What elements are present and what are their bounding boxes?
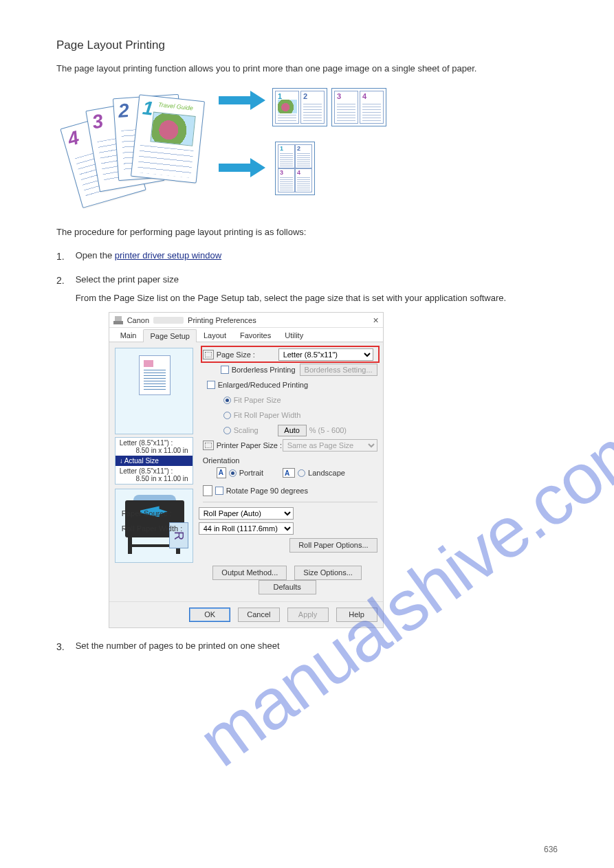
rotate90-checkbox[interactable] [215,487,223,495]
roll-width-label: Roll Paper Width : [122,524,199,533]
step-text: Open the [76,250,115,260]
preview-actual-size: Actual Size [116,456,193,466]
close-icon[interactable]: × [373,313,378,328]
arrow-right-icon [219,92,267,109]
output-method-button[interactable]: Output Method... [212,566,287,580]
fit-paper-radio [223,397,231,404]
ok-button[interactable]: OK [189,608,230,622]
dialog-title-prefix: Canon [127,313,149,328]
apply-button: Apply [287,608,329,622]
page-preview [115,348,193,434]
intro-text: The page layout printing function allows… [56,62,558,76]
roll-width-select[interactable]: 44 in Roll (1117.6mm) [199,522,294,535]
step-heading: Set the number of pages to be printed on… [76,641,280,651]
dialog-tabs: Main Page Setup Layout Favorites Utility [109,328,383,342]
arrow-right-icon [219,159,267,176]
enlarged-label: Enlarged/Reduced Printing [218,381,308,389]
fit-roll-label: Fit Roll Paper Width [234,411,301,419]
page-size-label: Page Size : [217,350,278,359]
scaling-radio [223,427,231,434]
step-number: 2. [56,274,73,286]
printer-icon [113,316,123,324]
tab-main[interactable]: Main [113,329,144,342]
page-size-icon [203,350,214,359]
portrait-icon: A [217,467,226,478]
tab-utility[interactable]: Utility [278,329,310,342]
scaling-input [278,425,307,436]
paper-source-label: Paper Source : [122,509,199,518]
size-options-button[interactable]: Size Options... [294,566,362,580]
fit-paper-label: Fit Paper Size [234,396,281,404]
landscape-label: Landscape [308,469,345,477]
page-title: Page Layout Printing [56,38,558,52]
preview-info: Letter (8.5"x11") : 8.50 in x 11.00 in A… [115,437,193,485]
printer-paper-label: Printer Paper Size : [217,441,283,449]
orientation-label: Orientation [203,456,377,465]
portrait-radio[interactable] [229,469,237,477]
tab-layout[interactable]: Layout [197,329,233,342]
printer-paper-icon [203,441,214,450]
landscape-icon: A [283,468,295,478]
printer-paper-select: Same as Page Size [283,439,377,452]
illustration: 4 3 2 1Travel Guide 1 2 3 4 1 2 3 4 [62,88,558,219]
steps-intro: The procedure for performing page layout… [56,225,558,239]
preview-size-dim-2: 8.50 in x 11.00 in [135,475,188,482]
paper-source-select[interactable]: Roll Paper (Auto) [199,507,294,520]
printer-driver-window-link[interactable]: printer driver setup window [115,250,221,260]
printing-preferences-dialog: Canon Printing Preferences × Main Page S… [109,312,384,628]
step-detail: From the Page Size list on the Page Setu… [76,291,556,305]
borderless-checkbox[interactable] [221,366,229,374]
enlarged-checkbox[interactable] [207,381,215,389]
rotate-icon [203,485,212,496]
defaults-button[interactable]: Defaults [259,580,316,594]
tab-favorites[interactable]: Favorites [233,329,278,342]
help-button[interactable]: Help [336,608,377,622]
page-size-select[interactable]: Letter (8.5"x11") [278,348,373,361]
preview-size-label-2: Letter (8.5"x11") : [120,467,173,475]
fit-roll-radio [223,412,231,419]
step-number: 1. [56,250,73,262]
scaling-hint: % (5 - 600) [309,426,347,434]
borderless-label: Borderless Printing [232,366,296,374]
portrait-label: Portrait [239,469,263,477]
step-number: 3. [56,641,73,652]
borderless-setting-button: Borderless Setting... [300,364,377,376]
scaling-label: Scaling [234,426,278,434]
landscape-radio[interactable] [298,469,305,477]
rotate90-label: Rotate Page 90 degrees [226,487,308,495]
preview-size-label: Letter (8.5"x11") : [120,439,173,447]
step-heading: Select the print paper size [76,274,179,285]
page-number: 636 [544,845,558,854]
dialog-title-suffix: Printing Preferences [188,313,256,328]
tab-page-setup[interactable]: Page Setup [143,329,197,342]
roll-paper-options-button[interactable]: Roll Paper Options... [289,538,377,553]
dialog-titlebar: Canon Printing Preferences × [109,313,383,328]
cancel-button[interactable]: Cancel [238,608,279,622]
preview-size-dim: 8.50 in x 11.00 in [135,447,188,454]
dialog-title-obscured [153,317,184,324]
